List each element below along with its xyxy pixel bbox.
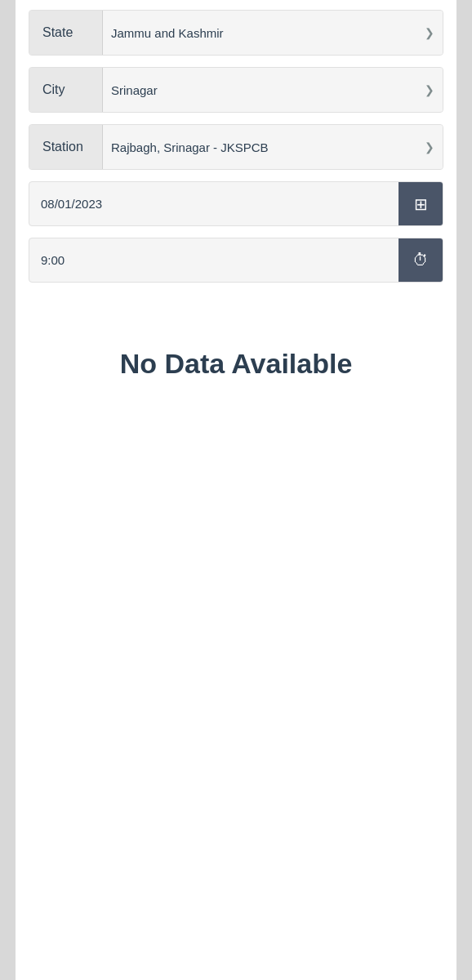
state-select[interactable]: Jammu and Kashmir xyxy=(111,11,418,55)
station-select-wrapper: Rajbagh, Srinagar - JKSPCB ❯ xyxy=(103,125,443,169)
time-row xyxy=(29,238,443,283)
clock-button[interactable] xyxy=(399,238,443,282)
date-input[interactable] xyxy=(29,182,399,225)
station-label: Station xyxy=(29,125,103,169)
city-label: City xyxy=(29,68,103,112)
main-container: State Jammu and Kashmir ❯ City Srinagar … xyxy=(16,0,456,980)
city-select-wrapper: Srinagar ❯ xyxy=(103,68,443,112)
clock-icon xyxy=(412,251,429,270)
state-row: State Jammu and Kashmir ❯ xyxy=(29,10,443,56)
city-select[interactable]: Srinagar xyxy=(111,69,418,112)
station-row: Station Rajbagh, Srinagar - JKSPCB ❯ xyxy=(29,124,443,170)
no-data-text: No Data Available xyxy=(120,348,353,380)
time-input[interactable] xyxy=(29,238,399,282)
city-chevron-icon: ❯ xyxy=(425,83,434,96)
state-select-wrapper: Jammu and Kashmir ❯ xyxy=(103,11,443,55)
no-data-section: No Data Available xyxy=(29,299,443,429)
station-chevron-icon: ❯ xyxy=(425,140,434,154)
calendar-icon xyxy=(414,194,428,214)
state-chevron-icon: ❯ xyxy=(425,26,434,39)
city-row: City Srinagar ❯ xyxy=(29,67,443,113)
date-row xyxy=(29,181,443,226)
calendar-button[interactable] xyxy=(399,182,443,225)
station-select[interactable]: Rajbagh, Srinagar - JKSPCB xyxy=(111,126,418,169)
state-label: State xyxy=(29,11,103,55)
